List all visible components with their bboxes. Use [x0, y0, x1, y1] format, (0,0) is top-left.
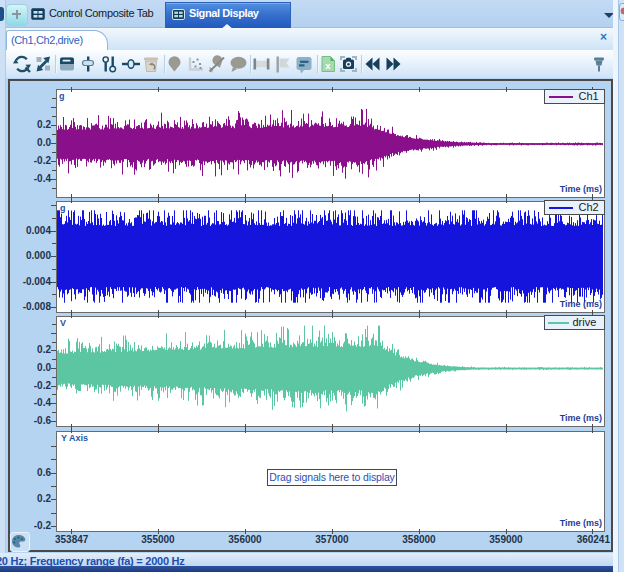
svg-text:x: x [325, 60, 331, 71]
